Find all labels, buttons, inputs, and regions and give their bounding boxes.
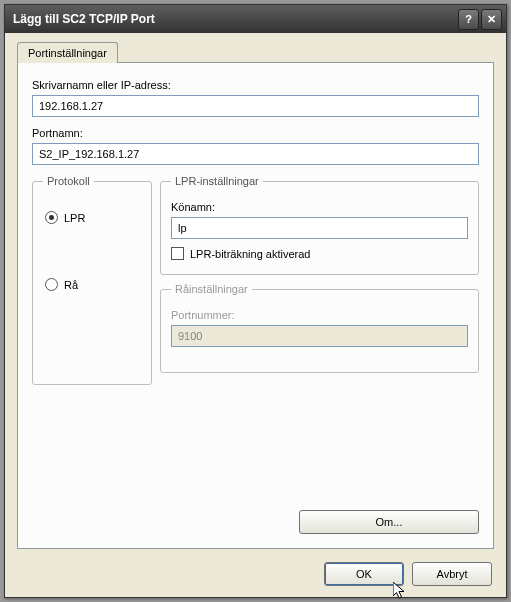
tab-label: Portinställningar <box>28 47 107 59</box>
lpr-settings-group: LPR-inställningar Könamn: LPR-biträkning… <box>160 175 479 275</box>
cancel-button[interactable]: Avbryt <box>412 562 492 586</box>
cancel-button-label: Avbryt <box>437 568 468 580</box>
help-icon: ? <box>465 13 472 25</box>
raw-legend: Råinställningar <box>171 283 252 295</box>
lpr-bytecount-label: LPR-biträkning aktiverad <box>190 248 310 260</box>
about-button-label: Om... <box>376 516 403 528</box>
titlebar[interactable]: Lägg till SC2 TCP/IP Port ? ✕ <box>5 5 506 33</box>
settings-column: LPR-inställningar Könamn: LPR-biträkning… <box>160 175 479 385</box>
radio-raw-label: Rå <box>64 279 78 291</box>
protocol-legend: Protokoll <box>43 175 94 187</box>
dialog-window: Lägg till SC2 TCP/IP Port ? ✕ Portinstäl… <box>4 4 507 598</box>
ok-button-label: OK <box>356 568 372 580</box>
protocol-group: Protokoll LPR Rå <box>32 175 152 385</box>
radio-lpr-label: LPR <box>64 212 85 224</box>
tab-strip: Portinställningar <box>17 41 494 62</box>
about-row: Om... <box>32 498 479 534</box>
tab-port-settings[interactable]: Portinställningar <box>17 42 118 63</box>
checkbox-icon <box>171 247 184 260</box>
help-button[interactable]: ? <box>458 9 479 30</box>
radio-raw[interactable]: Rå <box>45 278 141 291</box>
radio-lpr[interactable]: LPR <box>45 211 141 224</box>
raw-settings-group: Råinställningar Portnummer: <box>160 283 479 373</box>
about-button[interactable]: Om... <box>299 510 479 534</box>
queue-name-label: Könamn: <box>171 201 468 213</box>
lpr-legend: LPR-inställningar <box>171 175 263 187</box>
raw-port-label: Portnummer: <box>171 309 468 321</box>
port-name-input[interactable] <box>32 143 479 165</box>
window-title: Lägg till SC2 TCP/IP Port <box>13 12 456 26</box>
raw-port-input <box>171 325 468 347</box>
queue-name-input[interactable] <box>171 217 468 239</box>
printer-address-label: Skrivarnamn eller IP-adress: <box>32 79 479 91</box>
dialog-body: Portinställningar Skrivarnamn eller IP-a… <box>5 33 506 557</box>
tab-panel: Skrivarnamn eller IP-adress: Portnamn: P… <box>17 62 494 549</box>
port-name-label: Portnamn: <box>32 127 479 139</box>
printer-address-input[interactable] <box>32 95 479 117</box>
settings-row: Protokoll LPR Rå LPR-inställningar <box>32 175 479 385</box>
close-icon: ✕ <box>487 13 496 26</box>
dialog-footer: OK Avbryt <box>5 557 506 597</box>
radio-raw-icon <box>45 278 58 291</box>
lpr-bytecount-checkbox[interactable]: LPR-biträkning aktiverad <box>171 247 468 260</box>
protocol-column: Protokoll LPR Rå <box>32 175 152 385</box>
radio-lpr-icon <box>45 211 58 224</box>
close-button[interactable]: ✕ <box>481 9 502 30</box>
ok-button[interactable]: OK <box>324 562 404 586</box>
